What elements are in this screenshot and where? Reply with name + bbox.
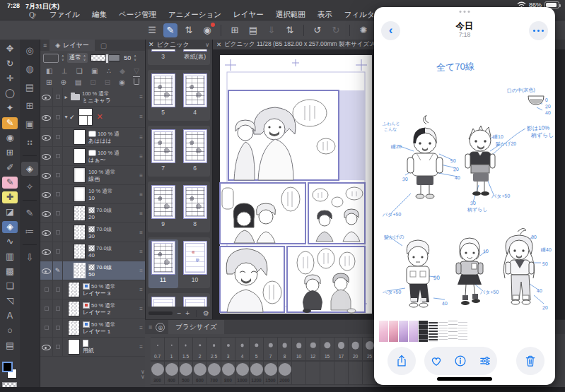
brush-size-cell[interactable]: 600: [193, 361, 207, 385]
page-thumbnail-cell[interactable]: 12: [180, 295, 210, 307]
brush-size-cell[interactable]: [334, 361, 349, 385]
page-thumbnail[interactable]: [151, 297, 175, 307]
page-thumbnail-cell[interactable]: 9: [148, 184, 178, 232]
layer-row[interactable]: 100 % 通あははは≡: [40, 128, 145, 147]
layer-grip-icon[interactable]: ≡: [139, 268, 143, 274]
photo-thumbnail[interactable]: [419, 321, 428, 342]
layer-color-chip[interactable]: [43, 54, 59, 63]
close-icon[interactable]: ✕: [216, 41, 221, 48]
lasso-tool[interactable]: ◯: [2, 88, 18, 100]
page-thumbnail-cell[interactable]: 3: [148, 49, 178, 65]
photo-thumbnail[interactable]: [429, 321, 438, 342]
menu-item[interactable]: レイヤー: [233, 10, 264, 20]
close-icon[interactable]: ✕: [148, 41, 154, 48]
page-thumbnail-cell[interactable]: 7: [148, 128, 178, 177]
more-options-button[interactable]: [529, 21, 548, 40]
page-thumbnail-cell[interactable]: 10: [180, 239, 210, 288]
page-thumbnail-cell[interactable]: 4: [180, 72, 210, 121]
adjustments-sliders-icon[interactable]: [478, 354, 492, 368]
layer-thumbnail[interactable]: [74, 244, 86, 259]
brush-size-cell[interactable]: 400: [165, 361, 179, 385]
save-button[interactable]: ⇓: [264, 23, 279, 37]
layer-option-icon[interactable]: ▣: [91, 67, 98, 75]
layer-row[interactable]: 70.0線20≡: [40, 204, 145, 223]
layer-row[interactable]: 用紙≡: [40, 338, 145, 357]
new-canvas-button[interactable]: ⊞: [228, 23, 242, 37]
frame-folder-thumbnail[interactable]: [78, 108, 93, 126]
brush-size-cell[interactable]: 10: [292, 337, 306, 361]
layer-row[interactable]: 100 % 通常線画≡: [40, 166, 145, 185]
workflow-palette[interactable]: ⠶: [21, 136, 38, 150]
brush-settings-palette[interactable]: ✎: [21, 206, 38, 220]
layer-thumbnail[interactable]: [74, 129, 86, 145]
page-thumbnail[interactable]: [183, 297, 207, 307]
layer-grip-icon[interactable]: ≡: [139, 191, 143, 198]
zoom-out-button[interactable]: −: [177, 309, 181, 317]
gradient-tool[interactable]: ▥: [2, 251, 18, 263]
page-thumbnail-cell[interactable]: 5: [148, 72, 178, 121]
page-thumbnail[interactable]: [151, 129, 175, 163]
brush-size-cell[interactable]: 12: [306, 337, 320, 361]
brush-size-cell[interactable]: 4: [235, 337, 250, 361]
clip-studio-logo-icon[interactable]: Ꝙ: [27, 10, 38, 19]
layer-visibility-toggle[interactable]: [40, 107, 53, 127]
layer-thumbnail[interactable]: [68, 282, 80, 297]
layer-thumbnail[interactable]: [74, 263, 86, 278]
color-set-palette[interactable]: ◍: [21, 62, 38, 76]
chevron-down-icon[interactable]: ∨: [205, 42, 209, 48]
page-thumbnail-cell[interactable]: 8: [180, 184, 210, 232]
panel-grip-icon[interactable]: ≡: [43, 42, 47, 49]
brush-size-cell[interactable]: 20: [349, 337, 363, 361]
liquify-tool[interactable]: ∿: [2, 236, 18, 248]
layer-visibility-toggle[interactable]: [40, 338, 53, 356]
layer-option-icon[interactable]: ◆: [120, 67, 125, 75]
brush-size-cell[interactable]: 2000: [278, 361, 292, 385]
layer-grip-icon[interactable]: ≡: [139, 172, 143, 179]
secondary-panel-tab-icon[interactable]: ▢: [100, 42, 107, 49]
layer-row[interactable]: 50 % 通常レイヤー 3≡: [40, 280, 145, 299]
brush-size-cell[interactable]: 8: [278, 337, 292, 361]
layer-option-icon[interactable]: ⊥: [62, 67, 68, 75]
page-thumbnail[interactable]: [183, 73, 207, 107]
quick-access-button[interactable]: ◉: [200, 23, 214, 37]
page-thumbnail-cell[interactable]: 11: [148, 239, 178, 288]
layer-thumbnail[interactable]: [74, 206, 86, 221]
color-wheel-palette[interactable]: ◎: [21, 44, 38, 58]
page-thumbnail[interactable]: [151, 241, 175, 275]
photo-thumbnail[interactable]: [389, 321, 398, 342]
tool-property-palette[interactable]: ≔: [21, 225, 38, 239]
expand-arrow-icon[interactable]: ▸: [63, 94, 69, 100]
menu-item[interactable]: ページ管理: [119, 10, 156, 20]
layer-visibility-toggle[interactable]: [40, 128, 53, 146]
redo-button[interactable]: ↻: [329, 23, 343, 37]
layer-row[interactable]: 50 % 通常レイヤー 2≡: [40, 299, 145, 319]
hand-tool[interactable]: ✥: [2, 43, 18, 55]
mesh-transform-tool[interactable]: ⊞: [2, 147, 18, 159]
brush-size-cell[interactable]: 700: [207, 361, 221, 385]
layer-search-palette[interactable]: ✧: [21, 180, 38, 194]
layer-row[interactable]: ✎70.0線50≡: [40, 261, 145, 280]
marker-tool[interactable]: ✎: [2, 177, 18, 189]
layer-grip-icon[interactable]: ≡: [139, 230, 143, 236]
menu-item[interactable]: 表示: [318, 10, 332, 20]
material-palette[interactable]: ⊞: [21, 99, 38, 113]
layer-visibility-toggle[interactable]: [40, 185, 53, 203]
tool-cycle-button[interactable]: ⇅: [182, 23, 196, 37]
layer-option-icon[interactable]: ◧: [46, 67, 52, 75]
layer-action-icon[interactable]: ⊟: [105, 78, 110, 86]
layer-palette[interactable]: ◈: [21, 162, 38, 176]
brush-size-cell[interactable]: 1200: [250, 361, 264, 385]
balloon-tool[interactable]: ○: [2, 325, 18, 337]
menu-item[interactable]: 編集: [92, 10, 107, 20]
blend-tool[interactable]: ◉: [2, 132, 18, 144]
save-cycle-button[interactable]: ⇅: [283, 23, 297, 37]
layer-row[interactable]: 70.0線40≡: [40, 242, 145, 261]
page-thumbnail[interactable]: [151, 73, 175, 107]
delete-button[interactable]: [516, 347, 544, 375]
layer-visibility-toggle[interactable]: [40, 261, 53, 280]
page-thumbnail[interactable]: [151, 185, 175, 219]
page-manager-palette[interactable]: ▣: [21, 117, 38, 131]
page-thumbnail[interactable]: [183, 129, 207, 163]
layer-grip-icon[interactable]: ≡: [139, 210, 143, 217]
brush-size-cell[interactable]: 500: [179, 361, 193, 385]
